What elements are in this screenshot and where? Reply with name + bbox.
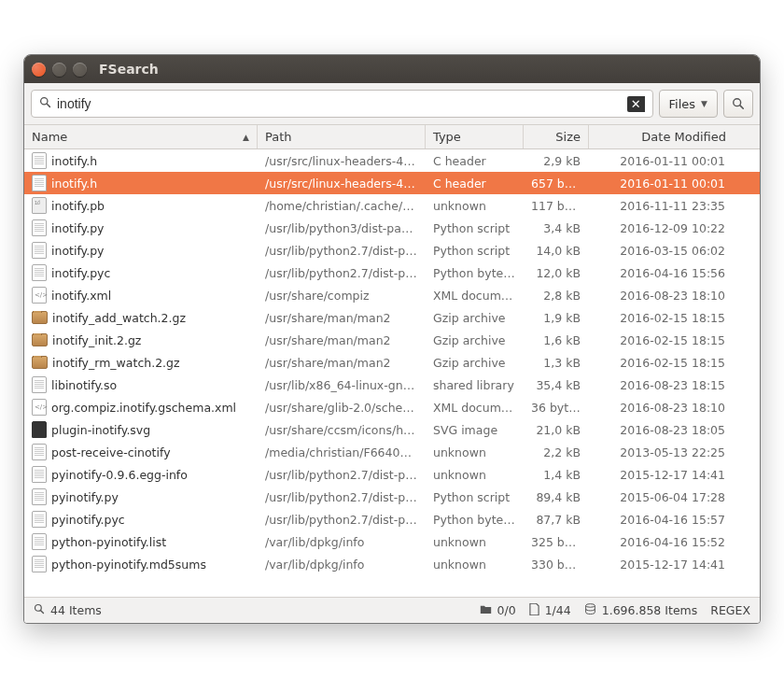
folder-icon	[480, 604, 492, 617]
cell-type: unknown	[426, 445, 524, 459]
cell-type: Gzip archive	[426, 356, 524, 370]
cell-name: post-receive-cinotify	[24, 444, 258, 460]
table-row[interactable]: post-receive-cinotify/media/christian/F6…	[24, 441, 760, 463]
column-header-size[interactable]: Size	[524, 125, 589, 148]
cell-type: C header	[426, 177, 524, 191]
cell-date: 2015-12-17 14:41	[589, 558, 734, 572]
cell-path: /usr/lib/x86_64-linux-gnu/c...	[258, 378, 426, 392]
cell-type: unknown	[426, 558, 524, 572]
cell-name: inotify.h	[24, 152, 258, 169]
cell-path: /usr/share/man/man2	[258, 356, 426, 370]
table-row[interactable]: inotify.h/usr/src/linux-headers-4.4.0...…	[24, 172, 760, 194]
cell-name: python-pyinotify.md5sums	[24, 556, 258, 572]
cell-type: Gzip archive	[426, 333, 524, 347]
status-db-count: 1.696.858 Items	[584, 603, 698, 618]
column-header-label: Date Modified	[641, 130, 726, 144]
table-body[interactable]: inotify.h/usr/src/linux-headers-4.4.0...…	[24, 149, 760, 597]
cell-size: 2,2 kB	[524, 445, 589, 459]
table-row[interactable]: inotify.py/usr/lib/python3/dist-packa...…	[24, 217, 760, 239]
file-icon	[32, 242, 47, 259]
results-table: Name ▲ Path Type Size Date Modified inot…	[24, 125, 760, 597]
cell-path: /var/lib/dpkg/info	[258, 558, 426, 572]
status-mode[interactable]: REGEX	[710, 603, 750, 617]
file-name-label: inotify.h	[51, 154, 97, 168]
cell-date: 2016-04-16 15:56	[589, 266, 734, 280]
file-icon	[32, 444, 47, 460]
cell-size: 1,4 kB	[524, 468, 589, 482]
column-header-name[interactable]: Name ▲	[24, 125, 258, 148]
cell-date: 2016-12-09 10:22	[589, 221, 734, 235]
svg-line-3	[740, 106, 743, 108]
cell-type: Python script	[426, 244, 524, 258]
file-name-label: pyinotify.pyc	[51, 513, 125, 527]
cell-date: 2013-05-13 22:25	[589, 445, 734, 459]
cell-size: 87,7 kB	[524, 513, 589, 527]
close-button[interactable]	[32, 63, 46, 77]
cell-name: inotify.py	[24, 242, 258, 259]
table-row[interactable]: pyinotify.pyc/usr/lib/python2.7/dist-pac…	[24, 508, 760, 530]
table-row[interactable]: inotify.pyc/usr/lib/python2.7/dist-pack.…	[24, 261, 760, 284]
cell-path: /var/lib/dpkg/info	[258, 535, 426, 549]
titlebar[interactable]: FSearch	[24, 55, 760, 83]
table-row[interactable]: libinotify.so/usr/lib/x86_64-linux-gnu/c…	[24, 374, 760, 396]
cell-size: 657 bytes	[524, 177, 589, 191]
column-header-type[interactable]: Type	[426, 125, 524, 148]
table-row[interactable]: inotify.h/usr/src/linux-headers-4.4.0...…	[24, 149, 760, 172]
status-result-count: 44 Items	[34, 603, 102, 617]
cell-path: /media/christian/F6640E56...	[258, 445, 426, 459]
cell-type: unknown	[426, 199, 524, 213]
cell-type: SVG image	[426, 423, 524, 437]
cell-size: 117 bytes	[524, 199, 589, 213]
column-header-date[interactable]: Date Modified	[589, 125, 734, 148]
cell-size: 330 bytes	[524, 558, 589, 572]
table-row[interactable]: inotify_rm_watch.2.gz/usr/share/man/man2…	[24, 351, 760, 374]
cell-path: /usr/src/linux-headers-4.4.0...	[258, 177, 426, 191]
table-row[interactable]: inotify.xml/usr/share/compizXML document…	[24, 284, 760, 306]
file-name-label: inotify.py	[51, 244, 105, 258]
cell-name: inotify.pyc	[24, 264, 258, 281]
table-row[interactable]: org.compiz.inotify.gschema.xml/usr/share…	[24, 396, 760, 418]
table-row[interactable]: pyinotify.py/usr/lib/python2.7/dist-pack…	[24, 486, 760, 508]
table-row[interactable]: inotify.pb/home/christian/.cache/co...un…	[24, 194, 760, 217]
maximize-button[interactable]	[73, 63, 87, 77]
cell-size: 89,4 kB	[524, 490, 589, 504]
cell-type: Python script	[426, 490, 524, 504]
minimize-button[interactable]	[52, 63, 66, 77]
toolbar: ✕ Files ▼	[24, 83, 760, 125]
cell-date: 2016-08-23 18:10	[589, 289, 734, 303]
search-button[interactable]	[723, 90, 753, 118]
table-row[interactable]: python-pyinotify.list/var/lib/dpkg/infou…	[24, 530, 760, 553]
status-db-count-label: 1.696.858 Items	[602, 603, 698, 617]
cell-name: plugin-inotify.svg	[24, 421, 258, 438]
filter-dropdown[interactable]: Files ▼	[659, 90, 718, 118]
cell-name: inotify.h	[24, 175, 258, 191]
cell-date: 2016-02-15 18:15	[589, 311, 734, 325]
table-row[interactable]: inotify_init.2.gz/usr/share/man/man2Gzip…	[24, 329, 760, 351]
cell-path: /usr/share/man/man2	[258, 333, 426, 347]
search-input[interactable]	[57, 96, 622, 111]
cell-name: inotify_init.2.gz	[24, 333, 258, 347]
file-name-label: python-pyinotify.md5sums	[51, 558, 206, 572]
cell-name: inotify_rm_watch.2.gz	[24, 356, 258, 370]
file-icon	[32, 488, 47, 505]
search-field-wrap[interactable]: ✕	[31, 90, 653, 118]
column-header-path[interactable]: Path	[258, 125, 426, 148]
cell-name: pyinotify.py	[24, 488, 258, 505]
cell-size: 21,0 kB	[524, 423, 589, 437]
cell-size: 2,8 kB	[524, 289, 589, 303]
cell-date: 2015-12-17 14:41	[589, 468, 734, 482]
table-row[interactable]: pyinotify-0.9.6.egg-info/usr/lib/python2…	[24, 463, 760, 486]
file-icon	[32, 376, 47, 393]
cell-path: /usr/share/compiz	[258, 289, 426, 303]
table-row[interactable]: inotify.py/usr/lib/python2.7/dist-pack..…	[24, 239, 760, 261]
table-row[interactable]: plugin-inotify.svg/usr/share/ccsm/icons/…	[24, 418, 760, 441]
cell-type: Gzip archive	[426, 311, 524, 325]
table-row[interactable]: inotify_add_watch.2.gz/usr/share/man/man…	[24, 306, 760, 329]
cell-type: Python script	[426, 221, 524, 235]
table-row[interactable]: python-pyinotify.md5sums/var/lib/dpkg/in…	[24, 553, 760, 575]
clear-icon[interactable]: ✕	[627, 96, 645, 112]
file-name-label: plugin-inotify.svg	[51, 423, 150, 437]
file-name-label: post-receive-cinotify	[51, 445, 171, 459]
cell-type: unknown	[426, 468, 524, 482]
cell-path: /usr/lib/python2.7/dist-pack...	[258, 244, 426, 258]
